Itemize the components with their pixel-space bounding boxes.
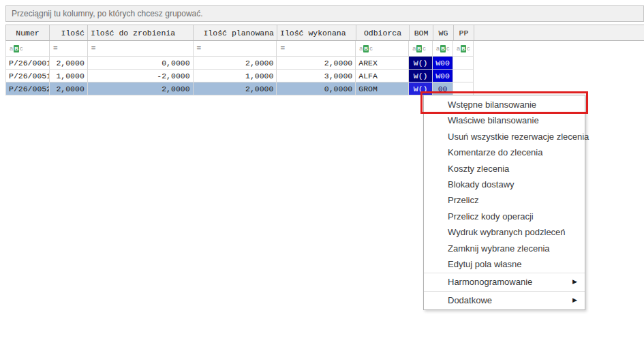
cell-ilosc[interactable]: 2,0000 — [50, 57, 88, 70]
cell-bom[interactable]: W() — [409, 57, 433, 70]
abc-filter-icon[interactable]: aBc — [457, 45, 470, 52]
menu-item-7[interactable]: Przelicz kody operacji — [424, 209, 585, 224]
filter-cell-wykonana[interactable]: = — [277, 41, 356, 57]
column-header-odbiorca[interactable]: Odbiorca — [356, 25, 410, 40]
abc-filter-icon-letter: B — [440, 45, 446, 52]
column-header-label: BOM — [414, 29, 429, 37]
filter-cell-wg[interactable]: aBc — [433, 41, 453, 57]
table-row[interactable]: P/26/00511,0000-2,00001,00003,0000ALFAW(… — [5, 70, 474, 82]
equals-filter-icon[interactable]: = — [280, 44, 285, 52]
column-header-wg[interactable]: WG — [433, 25, 454, 40]
cell-numer[interactable]: P/26/0001 — [6, 57, 50, 70]
menu-item-14[interactable]: Dodatkowe▶ — [424, 292, 585, 308]
abc-filter-icon-letter: a — [359, 46, 363, 52]
abc-filter-icon[interactable]: aBc — [412, 45, 426, 52]
menu-item-9[interactable]: Zamknij wybrane zlecenia — [424, 241, 585, 256]
menu-item-label: Wstępne bilansowanie — [448, 100, 536, 110]
cell-wg[interactable]: W00 — [433, 70, 453, 82]
menu-item-4[interactable]: Koszty zlecenia — [424, 161, 585, 177]
context-menu: Wstępne bilansowanieWłaściwe bilansowani… — [423, 95, 585, 310]
cell-wg[interactable]: W00 — [433, 57, 453, 70]
menu-item-6[interactable]: Przelicz — [424, 192, 585, 208]
filter-cell-planowana[interactable]: = — [194, 41, 277, 57]
cell-odbiorca[interactable]: GROM — [356, 82, 409, 95]
cell-wykonana[interactable]: 2,0000 — [277, 57, 356, 70]
cell-planowana[interactable]: 1,0000 — [194, 70, 277, 82]
cell-pp[interactable] — [453, 70, 474, 82]
menu-item-label: Dodatkowe — [448, 295, 492, 305]
menu-item-10[interactable]: Edytuj pola własne — [424, 256, 585, 272]
menu-item-0[interactable]: Wstępne bilansowanie — [424, 97, 585, 112]
column-header-do_zrob[interactable]: Ilość do zrobienia — [88, 25, 194, 40]
submenu-arrow-icon: ▶ — [572, 292, 577, 308]
cell-odbiorca[interactable]: ALFA — [356, 70, 409, 82]
filter-cell-odbiorca[interactable]: aBc — [356, 41, 409, 57]
menu-separator — [424, 291, 585, 292]
column-header-planowana[interactable]: Ilość planowana — [194, 25, 277, 40]
cell-numer[interactable]: P/26/0051 — [6, 70, 50, 82]
menu-separator — [424, 273, 585, 273]
cell-wg[interactable]: 00 — [433, 82, 453, 95]
group-by-panel[interactable]: Przeciągnij tu kolumny, po których chces… — [5, 5, 644, 22]
cell-planowana[interactable]: 2,0000 — [194, 82, 277, 95]
cell-wykonana[interactable]: 3,0000 — [277, 70, 356, 82]
cell-ilosc[interactable]: 1,0000 — [50, 70, 88, 82]
cell-wykonana[interactable]: 0,0000 — [277, 82, 356, 95]
cell-odbiorca[interactable]: AREX — [356, 57, 409, 70]
menu-item-2[interactable]: Usuń wszystkie rezerwacje zlecenia — [424, 129, 585, 145]
filter-cell-pp[interactable]: aBc — [453, 41, 474, 57]
menu-item-8[interactable]: Wydruk wybranych podzleceń — [424, 224, 585, 240]
abc-filter-icon[interactable]: aBc — [10, 45, 23, 52]
equals-filter-icon[interactable]: = — [197, 44, 202, 52]
cell-value: W00 — [435, 59, 450, 67]
cell-ilosc[interactable]: 2,0000 — [50, 82, 88, 95]
equals-filter-icon[interactable]: = — [53, 44, 58, 52]
menu-item-3[interactable]: Komentarze do zlecenia — [424, 145, 585, 160]
filter-cell-numer[interactable]: aBc — [6, 41, 50, 57]
menu-item-label: Blokady dostawy — [448, 179, 515, 189]
filter-cell-bom[interactable]: aBc — [409, 41, 433, 57]
cell-value: 1,0000 — [56, 72, 84, 80]
table-row[interactable]: P/26/00522,00002,00002,00000,0000GROMW()… — [5, 82, 474, 95]
column-header-numer[interactable]: Numer — [6, 25, 50, 40]
column-header-pp[interactable]: PP — [454, 25, 474, 40]
column-header-label: Numer — [16, 29, 40, 37]
cell-pp[interactable] — [453, 57, 474, 70]
abc-filter-icon[interactable]: aBc — [436, 45, 450, 52]
cell-bom[interactable]: W() — [409, 70, 433, 82]
cell-do_zrob[interactable]: -2,0000 — [88, 70, 194, 82]
grid-header-row: NumerIlośćIlość do zrobieniaIlość planow… — [5, 25, 644, 41]
cell-value: 2,0000 — [56, 85, 84, 93]
menu-item-12[interactable]: Harmonogramowanie▶ — [424, 274, 585, 290]
column-header-filler — [474, 25, 644, 40]
cell-bom[interactable]: W() — [409, 82, 433, 95]
menu-item-5[interactable]: Blokady dostawy — [424, 177, 585, 192]
column-header-label: Ilość planowana — [203, 29, 274, 37]
cell-planowana[interactable]: 2,0000 — [194, 57, 277, 70]
abc-filter-icon-letter: a — [436, 46, 440, 52]
cell-value: 00 — [438, 85, 448, 93]
menu-item-label: Komentarze do zlecenia — [448, 147, 542, 157]
menu-item-1[interactable]: Właściwe bilansowanie — [424, 112, 585, 128]
column-header-bom[interactable]: BOM — [410, 25, 433, 40]
cell-value: 2,0000 — [245, 59, 273, 67]
menu-item-label: Przelicz — [448, 195, 479, 205]
equals-filter-icon[interactable]: = — [91, 44, 96, 52]
filter-cell-ilosc[interactable]: = — [50, 41, 88, 57]
menu-item-label: Wydruk wybranych podzleceń — [448, 227, 566, 237]
abc-filter-icon[interactable]: aBc — [359, 45, 373, 52]
cell-pp[interactable] — [453, 82, 474, 95]
abc-filter-icon-letter: c — [369, 46, 373, 52]
column-header-ilosc[interactable]: Ilość — [50, 25, 88, 40]
filter-cell-do_zrob[interactable]: = — [88, 41, 194, 57]
table-row[interactable]: P/26/00012,00000,00002,00002,0000AREXW()… — [5, 57, 474, 70]
cell-value: GROM — [358, 85, 378, 93]
cell-value: W() — [414, 85, 428, 93]
cell-numer[interactable]: P/26/0052 — [6, 82, 50, 95]
column-header-wykonana[interactable]: Ilość wykonana — [277, 25, 356, 40]
grid-filter-row: aBc====aBcaBcaBcaBc — [5, 41, 474, 57]
cell-do_zrob[interactable]: 0,0000 — [88, 57, 194, 70]
menu-item-label: Koszty zlecenia — [448, 164, 509, 174]
column-header-label: WG — [439, 29, 448, 37]
cell-do_zrob[interactable]: 2,0000 — [88, 82, 194, 95]
